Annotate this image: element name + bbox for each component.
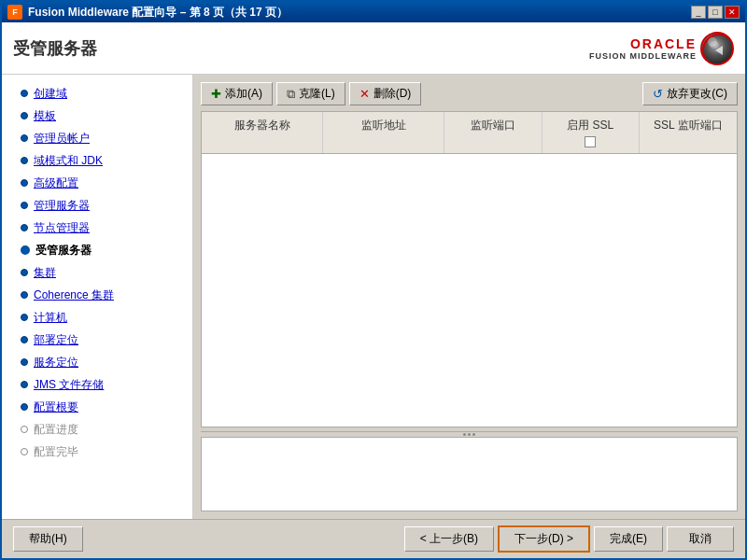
- window-title: Fusion Middleware 配置向导 – 第 8 页（共 17 页）: [28, 5, 288, 21]
- sidebar-link-admin-account[interactable]: 管理员帐户: [34, 130, 90, 147]
- toolbar: ✚ 添加(A) ⧉ 克隆(L) ✕ 删除(D) ↺ 放弃更改(C): [201, 82, 738, 105]
- oracle-logo-top: ORACLE FUSION MIDDLEWARE: [589, 32, 734, 65]
- resize-dots: [463, 433, 475, 436]
- sidebar-item-coherence-cluster[interactable]: Coherence 集群: [2, 284, 192, 306]
- enable-ssl-label: 启用 SSL: [567, 118, 613, 133]
- sidebar-link-advanced-config[interactable]: 高级配置: [34, 175, 78, 191]
- table-header: 服务器名称 监听地址 监听端口 启用 SSL SSL 监听端口: [202, 112, 737, 154]
- sidebar-link-service-targeting[interactable]: 服务定位: [34, 354, 78, 371]
- sidebar-item-deployment-targeting[interactable]: 部署定位: [2, 329, 192, 351]
- sidebar-item-config-summary[interactable]: 配置根要: [2, 396, 192, 418]
- col-server-name: 服务器名称: [202, 112, 323, 153]
- delete-button[interactable]: ✕ 删除(D): [349, 82, 422, 105]
- add-label: 添加(A): [225, 86, 262, 102]
- sidebar-item-config-progress: 配置进度: [2, 418, 192, 441]
- col-enable-ssl: 启用 SSL: [543, 112, 640, 153]
- sidebar-link-deployment-targeting[interactable]: 部署定位: [34, 331, 78, 348]
- clone-button[interactable]: ⧉ 克隆(L): [276, 82, 345, 105]
- next-button[interactable]: 下一步(D) >: [498, 525, 590, 553]
- ssl-checkbox[interactable]: [585, 136, 596, 147]
- add-button[interactable]: ✚ 添加(A): [201, 82, 273, 105]
- title-bar-left: F Fusion Middleware 配置向导 – 第 8 页（共 17 页）: [7, 5, 288, 21]
- col-listen-port: 监听端口: [444, 112, 542, 153]
- sidebar-link-node-manager[interactable]: 节点管理器: [34, 219, 90, 236]
- oracle-sphere-icon: [700, 32, 734, 65]
- sidebar-link-domain-jdk[interactable]: 域模式和 JDK: [34, 152, 103, 169]
- dot-icon: [21, 291, 28, 299]
- main-content: 受管服务器 ORACLE FUSION MIDDLEWARE: [2, 22, 745, 558]
- sidebar-item-service-targeting[interactable]: 服务定位: [2, 351, 192, 373]
- dot-icon: [21, 134, 28, 142]
- sidebar-item-managed-server[interactable]: 受管服务器: [2, 239, 192, 261]
- col-ssl-listen-port: SSL 监听端口: [640, 112, 737, 153]
- active-dot-icon: [21, 245, 30, 255]
- prev-button[interactable]: < 上一步(B): [404, 526, 494, 552]
- help-button[interactable]: 帮助(H): [13, 526, 83, 552]
- sidebar-link-create-domain[interactable]: 创建域: [34, 85, 67, 102]
- sidebar-item-jms-file-store[interactable]: JMS 文件存储: [2, 373, 192, 396]
- oracle-name: ORACLE FUSION MIDDLEWARE: [589, 36, 697, 61]
- dot-icon: [21, 90, 28, 97]
- oracle-text: ORACLE: [630, 36, 697, 51]
- app-icon: F: [7, 5, 22, 20]
- dot-icon: [21, 381, 28, 388]
- sidebar-item-template[interactable]: 模板: [2, 105, 192, 127]
- svg-point-1: [710, 41, 719, 49]
- hollow-dot-icon: [21, 448, 28, 455]
- cancel-label: 取消: [689, 532, 712, 545]
- sidebar-label-config-progress: 配置进度: [34, 421, 78, 438]
- footer-nav-buttons: < 上一步(B) 下一步(D) > 完成(E) 取消: [404, 525, 734, 553]
- minimize-button[interactable]: _: [691, 6, 706, 19]
- title-controls: _ □ ✕: [691, 6, 740, 19]
- sidebar-label-managed-server: 受管服务器: [35, 242, 92, 259]
- sidebar-item-domain-jdk[interactable]: 域模式和 JDK: [2, 149, 192, 172]
- sidebar-link-coherence-cluster[interactable]: Coherence 集群: [34, 287, 114, 303]
- sidebar-link-machine[interactable]: 计算机: [34, 309, 67, 326]
- main-window: F Fusion Middleware 配置向导 – 第 8 页（共 17 页）…: [0, 0, 747, 560]
- dot-icon: [21, 314, 28, 321]
- page-title: 受管服务器: [13, 37, 97, 60]
- sidebar-link-config-summary[interactable]: 配置根要: [34, 399, 78, 415]
- resize-dot: [472, 433, 475, 436]
- discard-icon: ↺: [653, 87, 663, 101]
- sidebar-link-manage-server[interactable]: 管理服务器: [34, 197, 90, 214]
- table-body: [202, 154, 737, 427]
- maximize-button[interactable]: □: [708, 6, 723, 19]
- sidebar-item-admin-account[interactable]: 管理员帐户: [2, 127, 192, 149]
- cancel-button[interactable]: 取消: [667, 526, 734, 552]
- body-area: 创建域 模板 管理员帐户 域模式和 JDK 高级配置: [2, 75, 745, 519]
- sidebar: 创建域 模板 管理员帐户 域模式和 JDK 高级配置: [2, 75, 193, 519]
- sidebar-link-template[interactable]: 模板: [34, 107, 56, 124]
- resize-dot: [463, 433, 466, 436]
- oracle-logo: ORACLE FUSION MIDDLEWARE: [589, 32, 734, 65]
- prev-label: < 上一步(B): [420, 532, 478, 545]
- sidebar-item-machine[interactable]: 计算机: [2, 306, 192, 329]
- hollow-dot-icon: [21, 426, 28, 433]
- sidebar-link-cluster[interactable]: 集群: [34, 264, 56, 281]
- dot-icon: [21, 157, 28, 164]
- sidebar-item-config-complete: 配置完毕: [2, 441, 192, 463]
- right-panel: ✚ 添加(A) ⧉ 克隆(L) ✕ 删除(D) ↺ 放弃更改(C): [193, 75, 745, 519]
- dot-icon: [21, 179, 28, 187]
- footer: 帮助(H) < 上一步(B) 下一步(D) > 完成(E) 取消: [2, 519, 745, 558]
- dot-icon: [21, 269, 28, 276]
- sidebar-item-manage-server[interactable]: 管理服务器: [2, 194, 192, 217]
- col-listen-address: 监听地址: [323, 112, 444, 153]
- close-button[interactable]: ✕: [725, 6, 740, 19]
- sidebar-item-node-manager[interactable]: 节点管理器: [2, 217, 192, 239]
- sidebar-item-create-domain[interactable]: 创建域: [2, 82, 192, 105]
- sidebar-link-jms-file-store[interactable]: JMS 文件存储: [34, 376, 104, 393]
- discard-label: 放弃更改(C): [667, 86, 727, 102]
- dot-icon: [21, 224, 28, 231]
- discard-button[interactable]: ↺ 放弃更改(C): [642, 82, 738, 105]
- add-icon: ✚: [211, 87, 221, 101]
- next-label: 下一步(D) >: [514, 532, 573, 545]
- resize-dot: [468, 433, 471, 436]
- dot-icon: [21, 202, 28, 209]
- fusion-text: FUSION MIDDLEWARE: [589, 51, 697, 61]
- finish-button[interactable]: 完成(E): [594, 526, 663, 552]
- sidebar-item-advanced-config[interactable]: 高级配置: [2, 172, 192, 194]
- title-bar: F Fusion Middleware 配置向导 – 第 8 页（共 17 页）…: [2, 2, 745, 22]
- sidebar-item-cluster[interactable]: 集群: [2, 261, 192, 284]
- clone-label: 克隆(L): [299, 86, 335, 102]
